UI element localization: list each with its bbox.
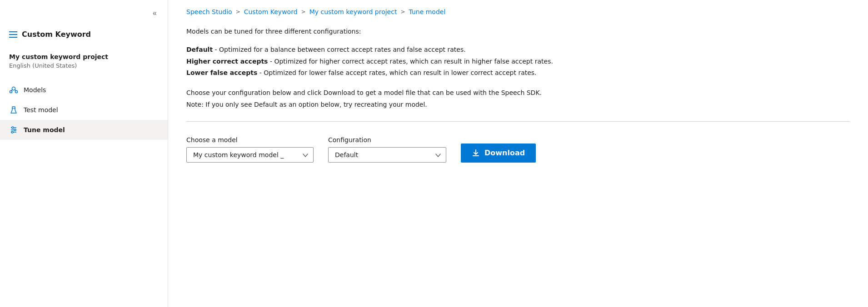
svg-point-1: [10, 91, 12, 93]
breadcrumb-tune-model: Tune model: [409, 8, 445, 15]
svg-point-2: [15, 91, 18, 93]
sidebar-item-models[interactable]: Models: [0, 80, 168, 100]
breadcrumb-custom-keyword[interactable]: Custom Keyword: [244, 8, 298, 15]
config-default-text: - Optimized for a balance between correc…: [213, 46, 466, 53]
svg-point-10: [14, 129, 16, 131]
sidebar-item-models-label: Models: [24, 86, 46, 94]
config-default: Default - Optimized for a balance betwee…: [186, 45, 850, 55]
project-section: My custom keyword project English (Unite…: [0, 48, 168, 76]
sidebar-item-test-model-label: Test model: [24, 106, 58, 114]
controls-row: Choose a model My custom keyword model _…: [186, 136, 850, 163]
config-label: Configuration: [328, 136, 446, 144]
download-icon: [472, 149, 480, 157]
breadcrumb-project[interactable]: My custom keyword project: [309, 8, 397, 15]
app-title: Custom Keyword: [22, 30, 91, 39]
config-select[interactable]: Default Higher correct accepts Lower fal…: [328, 147, 446, 163]
breadcrumb-speech-studio[interactable]: Speech Studio: [186, 8, 232, 15]
config-lower: Lower false accepts - Optimized for lowe…: [186, 68, 850, 79]
config-default-bold: Default: [186, 46, 213, 53]
breadcrumb-sep-2: >: [301, 9, 306, 15]
download-label: Download: [484, 149, 525, 157]
model-select-wrapper: My custom keyword model _: [186, 147, 314, 163]
hamburger-icon[interactable]: [9, 31, 17, 38]
tune-icon: [9, 125, 18, 134]
divider: [186, 121, 850, 122]
model-select[interactable]: My custom keyword model _: [186, 147, 314, 163]
config-higher-bold: Higher correct accepts: [186, 58, 268, 65]
config-lower-text: - Optimized for lower false accept rates…: [257, 69, 536, 76]
choose-text: Choose your configuration below and clic…: [186, 88, 850, 99]
intro-text: Models can be tuned for three different …: [186, 26, 850, 37]
project-name: My custom keyword project: [9, 53, 159, 60]
project-language: English (United States): [9, 62, 159, 69]
config-higher: Higher correct accepts - Optimized for h…: [186, 56, 850, 67]
config-lower-bold: Lower false accepts: [186, 69, 257, 76]
sidebar-item-test-model[interactable]: Test model: [0, 100, 168, 120]
description-list: Models can be tuned for three different …: [186, 26, 850, 110]
breadcrumb-sep-3: >: [400, 9, 405, 15]
test-icon: [9, 105, 18, 114]
models-icon: [9, 85, 18, 94]
sidebar-item-tune-model-label: Tune model: [24, 126, 65, 134]
sidebar-nav: Models Test model Tune model: [0, 80, 168, 140]
sidebar-item-tune-model[interactable]: Tune model: [0, 120, 168, 140]
sidebar: « Custom Keyword My custom keyword proje…: [0, 0, 168, 307]
config-select-wrapper: Default Higher correct accepts Lower fal…: [328, 147, 446, 163]
svg-point-11: [11, 131, 13, 133]
model-control-group: Choose a model My custom keyword model _: [186, 136, 314, 163]
model-label: Choose a model: [186, 136, 314, 144]
note-text: Note: If you only see Default as an opti…: [186, 99, 850, 110]
svg-line-3: [11, 89, 12, 91]
main-content: Speech Studio > Custom Keyword > My cust…: [168, 0, 868, 307]
config-control-group: Configuration Default Higher correct acc…: [328, 136, 446, 163]
content-body: Models can be tuned for three different …: [168, 25, 868, 307]
config-higher-text: - Optimized for higher correct accept ra…: [268, 58, 553, 65]
download-button[interactable]: Download: [461, 144, 536, 163]
sidebar-collapse-button[interactable]: «: [149, 7, 160, 19]
breadcrumb-sep-1: >: [236, 9, 240, 15]
breadcrumb: Speech Studio > Custom Keyword > My cust…: [168, 0, 868, 25]
svg-line-4: [15, 89, 16, 91]
svg-point-9: [12, 127, 14, 129]
